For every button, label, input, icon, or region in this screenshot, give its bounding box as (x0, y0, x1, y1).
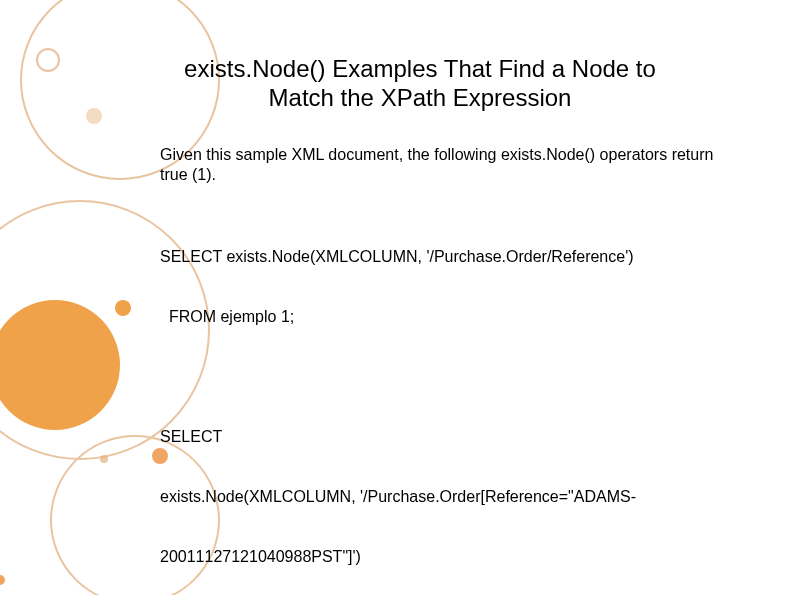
slide-root: exists.Node() Examples That Find a Node … (0, 0, 794, 595)
deco-circle (115, 300, 131, 316)
deco-circle (86, 108, 102, 124)
sql-example-2: SELECT exists.Node(XMLCOLUMN, '/Purchase… (160, 387, 720, 595)
code-line: 20011127121040988PST"]') (160, 547, 720, 567)
intro-text: Given this sample XML document, the foll… (160, 145, 720, 185)
title-line-2: Match the XPath Expression (150, 84, 690, 113)
code-line: SELECT (160, 427, 720, 447)
title-line-1: exists.Node() Examples That Find a Node … (150, 55, 690, 84)
deco-circle (0, 575, 5, 585)
deco-circle (36, 48, 60, 72)
code-line: FROM ejemplo 1; (160, 307, 720, 327)
code-line: SELECT exists.Node(XMLCOLUMN, '/Purchase… (160, 247, 720, 267)
slide-body: Given this sample XML document, the foll… (160, 145, 720, 595)
sql-example-1: SELECT exists.Node(XMLCOLUMN, '/Purchase… (160, 207, 720, 367)
code-line: exists.Node(XMLCOLUMN, '/Purchase.Order[… (160, 487, 720, 507)
slide-title: exists.Node() Examples That Find a Node … (150, 55, 690, 113)
